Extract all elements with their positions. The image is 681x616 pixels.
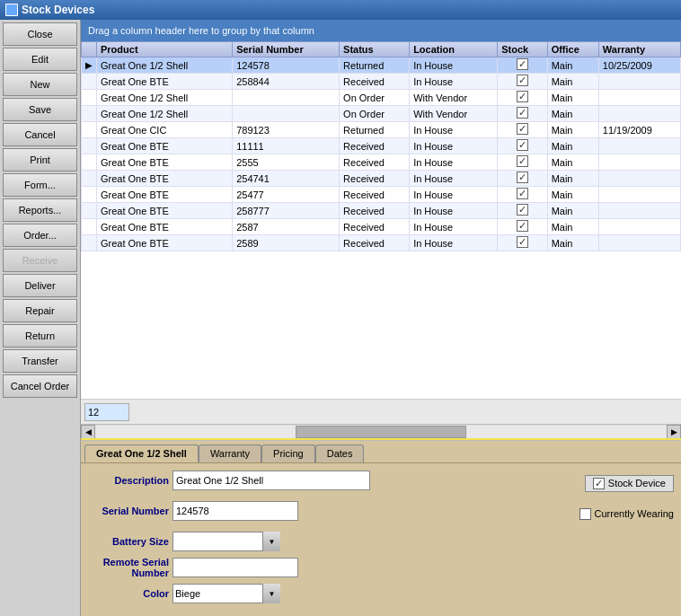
cell-status: On Order (340, 90, 410, 106)
cell-location: With Vendor (410, 90, 498, 106)
horizontal-scrollbar[interactable]: ◀ ▶ (81, 424, 681, 438)
color-select[interactable]: BiegeBrownGraySilverBlack (172, 584, 280, 603)
repair-button[interactable]: Repair (3, 299, 77, 322)
tab-pricing[interactable]: Pricing (261, 444, 315, 462)
content-area: Drag a column header here to group by th… (81, 20, 681, 616)
row-indicator (82, 122, 97, 138)
table-row[interactable]: Great One BTE254741ReceivedIn HouseMain (82, 171, 681, 187)
stock-device-checkbox[interactable] (593, 478, 605, 489)
close-button[interactable]: Close (3, 22, 77, 46)
cell-location: In House (410, 74, 498, 90)
cancel-order-button[interactable]: Cancel Order (3, 374, 77, 398)
color-label: Color (88, 588, 169, 599)
scroll-left-button[interactable]: ◀ (81, 425, 95, 439)
cell-office: Main (547, 74, 598, 90)
cell-product: Great One BTE (97, 74, 233, 90)
tab-warranty[interactable]: Warranty (199, 444, 261, 462)
new-button[interactable]: New (3, 73, 77, 96)
form-panel: Description Stock Device (81, 462, 681, 616)
description-input[interactable] (172, 471, 370, 490)
bottom-panel: Great One 1/2 ShellWarrantyPricingDates … (81, 440, 681, 616)
table-row[interactable]: Great One BTE2589ReceivedIn HouseMain (82, 235, 681, 251)
return-button[interactable]: Return (3, 324, 77, 348)
cell-serial: 124578 (233, 57, 340, 74)
stock-checkbox[interactable] (517, 75, 528, 86)
stock-checkbox[interactable] (517, 236, 528, 248)
table-row[interactable]: Great One BTE25477ReceivedIn HouseMain (82, 187, 681, 203)
table-row[interactable]: Great One CIC789123ReturnedIn HouseMain1… (82, 122, 681, 138)
cell-location: In House (410, 219, 498, 235)
scroll-right-button[interactable]: ▶ (667, 425, 681, 439)
col-header-stock: Stock (498, 42, 547, 57)
edit-button[interactable]: Edit (3, 48, 77, 71)
order-button[interactable]: Order... (3, 224, 77, 247)
cell-location: In House (410, 203, 498, 219)
battery-size-row: Battery Size Size 10Size 13Size 312Size … (88, 532, 674, 551)
table-row[interactable]: Great One 1/2 ShellOn OrderWith VendorMa… (82, 106, 681, 122)
cell-serial: 25477 (233, 187, 340, 203)
cell-serial: 2587 (233, 219, 340, 235)
cell-office: Main (547, 235, 598, 251)
table-row[interactable]: Great One BTE258777ReceivedIn HouseMain (82, 203, 681, 219)
cell-stock (498, 122, 547, 138)
table-row[interactable]: Great One BTE2587ReceivedIn HouseMain (82, 219, 681, 235)
cell-product: Great One BTE (97, 171, 233, 187)
cell-product: Great One 1/2 Shell (97, 106, 233, 122)
cell-warranty (598, 203, 680, 219)
stock-checkbox[interactable] (517, 204, 528, 216)
stock-checkbox[interactable] (517, 155, 528, 167)
stock-checkbox[interactable] (517, 188, 528, 199)
cell-stock (498, 106, 547, 122)
receive-button[interactable]: Receive (3, 249, 77, 272)
row-indicator (82, 90, 97, 106)
cell-product: Great One BTE (97, 219, 233, 235)
save-button[interactable]: Save (3, 98, 77, 121)
stock-checkbox[interactable] (517, 123, 528, 135)
page-input[interactable] (84, 403, 129, 421)
col-header-location: Location (410, 42, 498, 57)
stock-checkbox[interactable] (517, 172, 528, 183)
col-header-office: Office (547, 42, 598, 57)
stock-checkbox[interactable] (517, 58, 528, 70)
stock-checkbox[interactable] (517, 91, 528, 102)
cell-office: Main (547, 106, 598, 122)
cancel-button[interactable]: Cancel (3, 123, 77, 146)
stock-checkbox[interactable] (517, 220, 528, 232)
row-indicator (82, 219, 97, 235)
table-row[interactable]: Great One BTE2555ReceivedIn HouseMain (82, 154, 681, 171)
remote-serial-input[interactable] (172, 558, 298, 577)
tab-dates[interactable]: Dates (315, 444, 365, 462)
cell-product: Great One BTE (97, 203, 233, 219)
col-header-serialNumber: Serial Number (233, 42, 340, 57)
cell-serial: 789123 (233, 122, 340, 138)
table-row[interactable]: ▶Great One 1/2 Shell124578ReturnedIn Hou… (82, 57, 681, 74)
cell-status: Received (340, 187, 410, 203)
cell-warranty (598, 187, 680, 203)
scrollbar-thumb[interactable] (296, 426, 467, 438)
tab-product[interactable]: Great One 1/2 Shell (84, 444, 199, 462)
currently-wearing-row: Currently Wearing (579, 508, 674, 520)
cell-serial: 11111 (233, 138, 340, 154)
table-row[interactable]: Great One 1/2 ShellOn OrderWith VendorMa… (82, 90, 681, 106)
cell-location: In House (410, 235, 498, 251)
cell-stock (498, 90, 547, 106)
stock-checkbox[interactable] (517, 139, 528, 151)
cell-stock (498, 138, 547, 154)
table-row[interactable]: Great One BTE11111ReceivedIn HouseMain (82, 138, 681, 154)
transfer-button[interactable]: Transfer (3, 349, 77, 373)
reports-button[interactable]: Reports... (3, 198, 77, 222)
cell-product: Great One BTE (97, 187, 233, 203)
remote-serial-row: Remote Serial Number (88, 557, 674, 578)
stock-checkbox[interactable] (517, 107, 528, 119)
cell-office: Main (547, 57, 598, 74)
serial-number-input[interactable] (172, 501, 298, 521)
currently-wearing-checkbox[interactable] (579, 508, 591, 520)
serial-number-row: Serial Number Currently Wearing (88, 501, 674, 526)
cell-status: Received (340, 235, 410, 251)
table-row[interactable]: Great One BTE258844ReceivedIn HouseMain (82, 74, 681, 90)
battery-size-select[interactable]: Size 10Size 13Size 312Size 675 (172, 532, 280, 551)
form-button[interactable]: Form... (3, 173, 77, 197)
print-button[interactable]: Print (3, 148, 77, 172)
deliver-button[interactable]: Deliver (3, 274, 77, 297)
col-header-product: Product (97, 42, 233, 57)
